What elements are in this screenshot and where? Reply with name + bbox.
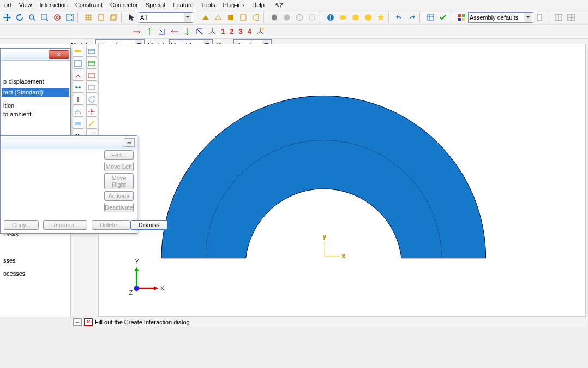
pan-icon[interactable] [1, 11, 13, 23]
rename-button[interactable]: Rename... [43, 220, 87, 230]
shade1-icon[interactable] [200, 11, 212, 23]
render2-icon[interactable] [281, 11, 293, 23]
menu-interaction[interactable]: Interaction [37, 1, 71, 9]
coin2-icon[interactable] [350, 11, 362, 23]
datum-icon[interactable] [86, 118, 97, 129]
auto-fit-icon[interactable] [64, 11, 76, 23]
status-cancel-icon[interactable]: ✕ [84, 318, 93, 326]
iso2-icon[interactable] [107, 11, 119, 23]
render4-icon[interactable] [306, 11, 318, 23]
axis-x-icon[interactable] [131, 26, 143, 38]
persp-icon[interactable] [250, 11, 262, 23]
menu-tools[interactable]: Tools [198, 1, 219, 9]
wire2-icon[interactable] [237, 11, 249, 23]
view-3[interactable]: 3 [236, 27, 244, 35]
menu-constraint[interactable]: Constraint [72, 1, 106, 9]
svg-text:x: x [342, 252, 345, 259]
tree-item[interactable]: ocesses [0, 269, 70, 278]
edit-button[interactable]: Edit... [104, 150, 134, 160]
deactivate-button[interactable]: Deactivate [104, 203, 134, 212]
viewport[interactable]: x y X Y Z [98, 44, 586, 317]
constraint-mgr-icon[interactable] [86, 70, 97, 81]
svg-point-12 [340, 15, 346, 20]
layout1-icon[interactable] [553, 11, 565, 23]
view-1[interactable]: 1 [219, 27, 227, 35]
doc-icon[interactable] [534, 11, 546, 23]
axis-y-icon[interactable] [143, 26, 155, 38]
fit-icon[interactable] [51, 11, 63, 23]
menu-connector[interactable]: Connector [107, 1, 141, 9]
manager-icon[interactable] [86, 46, 97, 57]
grid-icon[interactable] [82, 11, 94, 23]
move-left-button[interactable]: Move Left [104, 162, 134, 171]
surface-icon[interactable] [73, 118, 83, 129]
menu-port[interactable]: ort [1, 1, 15, 9]
list-item-selected[interactable]: tact (Standard) [2, 88, 69, 97]
list-item[interactable]: to ambient [2, 110, 69, 118]
info-icon[interactable]: i [325, 11, 337, 23]
star-icon[interactable] [375, 11, 387, 23]
coin3-icon[interactable] [362, 11, 374, 23]
axis-neg-y-icon[interactable] [181, 26, 193, 38]
menu-special[interactable]: Special [142, 1, 169, 9]
rotate-icon[interactable] [14, 11, 26, 23]
move-right-button[interactable]: Move Right [104, 173, 134, 189]
constraint-icon[interactable] [73, 70, 83, 81]
activate-button[interactable]: Activate [104, 191, 134, 201]
svg-rect-16 [427, 15, 434, 20]
interaction-type-list[interactable]: p-displacement tact (Standard) ition to … [1, 61, 70, 120]
close-icon[interactable]: ✕ [49, 50, 69, 59]
prop-manager-icon[interactable] [86, 58, 97, 69]
menu-help[interactable]: Help [249, 1, 268, 9]
zoom-box-icon[interactable] [39, 11, 51, 23]
dismiss-button[interactable]: Dismiss [130, 220, 168, 230]
interaction-manager-dialog: ▭ Edit... Move Left Move Right Activate … [0, 135, 137, 234]
iso1-icon[interactable] [95, 11, 107, 23]
menu-feature[interactable]: Feature [170, 1, 197, 9]
svg-text:i: i [329, 14, 331, 21]
render1-icon[interactable] [268, 11, 280, 23]
layout2-icon[interactable] [565, 11, 577, 23]
shade2-icon[interactable] [212, 11, 224, 23]
ref-point-icon[interactable] [86, 106, 97, 117]
dialog-titlebar[interactable]: ▭ [1, 136, 137, 149]
axis-save-icon[interactable] [254, 26, 266, 38]
delete-button[interactable]: Delete... [92, 220, 130, 230]
menu-plugins[interactable]: Plug-ins [219, 1, 248, 9]
view-2[interactable]: 2 [227, 27, 236, 35]
undo-icon[interactable] [393, 11, 405, 23]
menu-view[interactable]: View [16, 1, 35, 9]
axis-z-icon[interactable] [156, 26, 168, 38]
assembly-defaults-combo[interactable]: Assembly defaults [468, 12, 533, 23]
svg-rect-1 [41, 14, 46, 19]
fastener-icon[interactable] [73, 94, 83, 105]
color-icon[interactable] [455, 11, 467, 23]
display-filter-combo[interactable]: All [139, 12, 193, 23]
context-help-icon[interactable]: ↖? [271, 1, 286, 9]
connector-mgr-icon[interactable] [86, 82, 97, 93]
list-item[interactable]: p-displacement [2, 77, 69, 86]
coin1-icon[interactable] [337, 11, 349, 23]
interaction-create-icon[interactable] [73, 46, 83, 57]
dialog-titlebar[interactable]: ✕ [1, 49, 70, 61]
redo-icon[interactable] [406, 11, 418, 23]
status-back-icon[interactable]: ← [73, 318, 82, 326]
axis-iso-icon[interactable] [206, 26, 218, 38]
copy-button[interactable]: Copy... [4, 220, 39, 230]
axis-neg-z-icon[interactable] [194, 26, 206, 38]
table-icon[interactable] [424, 11, 436, 23]
axis-neg-x-icon[interactable] [169, 26, 181, 38]
wire1-icon[interactable] [225, 11, 237, 23]
list-item[interactable]: ition [2, 101, 69, 110]
check-icon[interactable] [437, 11, 449, 23]
maximize-icon[interactable]: ▭ [124, 138, 135, 147]
view-4[interactable]: 4 [245, 27, 254, 35]
cursor-icon[interactable] [126, 11, 138, 23]
interaction-prop-icon[interactable] [73, 58, 83, 69]
render3-icon[interactable] [293, 11, 305, 23]
connector-icon[interactable] [73, 82, 83, 93]
wire-icon[interactable] [73, 106, 83, 117]
zoom-icon[interactable] [26, 11, 38, 23]
rotate-tool-icon[interactable] [86, 94, 97, 105]
tree-item[interactable]: sses [0, 256, 70, 265]
